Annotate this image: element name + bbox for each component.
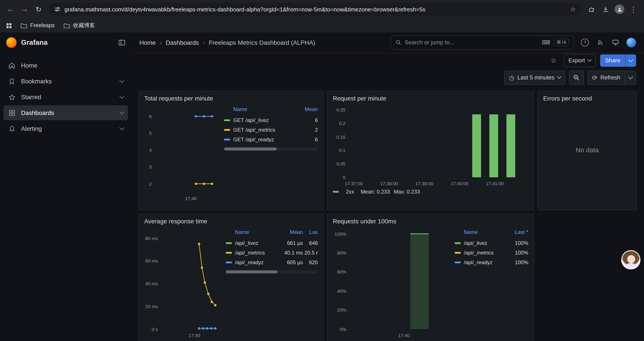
browser-chrome: ← → ↻ grafana.mathmast.com/d/deytv4rwava…: [0, 0, 644, 33]
legend-scrollbar[interactable]: [226, 270, 318, 273]
breadcrumb-dashboards[interactable]: Dashboards: [166, 39, 199, 46]
breadcrumb-separator: ›: [203, 39, 205, 46]
refresh-button[interactable]: ⟳ Refresh: [587, 71, 636, 85]
chevron-down-icon[interactable]: [120, 125, 124, 130]
series-name[interactable]: GET /api/_metrics: [233, 127, 298, 133]
legend-row[interactable]: /api/_metrics 40.1 ms 20.5 r: [226, 248, 318, 258]
apps-grid-icon[interactable]: [6, 23, 12, 28]
back-icon: ←: [7, 5, 14, 13]
sidebar-item-dashboards[interactable]: Dashboards: [4, 105, 128, 120]
panel-title[interactable]: Requests under 100ms: [333, 218, 528, 225]
zoom-out-button[interactable]: [569, 71, 584, 85]
legend-col-name[interactable]: Name: [235, 229, 280, 235]
legend-col-name[interactable]: Name: [233, 106, 298, 112]
series-name[interactable]: GET /api/_readyz: [233, 137, 298, 143]
legend-row[interactable]: /api/_livez 100%: [454, 238, 528, 248]
kiosk-mode-button[interactable]: [611, 38, 620, 47]
legend-row[interactable]: /api/_readyz 100%: [454, 258, 528, 267]
time-range-picker[interactable]: ◷ Last 5 minutes: [504, 71, 566, 85]
url-text: grafana.mathmast.com/d/deytv4rwavabkb/fr…: [64, 6, 566, 13]
series-name[interactable]: /api/_readyz: [235, 259, 280, 265]
legend-header[interactable]: Name Mean Las: [226, 228, 318, 238]
legend-row[interactable]: GET /api/_metrics 2: [224, 125, 318, 135]
breadcrumb-current: Freeleaps Metrics Dashboard (ALPHA): [209, 39, 315, 46]
breadcrumb-home[interactable]: Home: [140, 39, 156, 46]
series-mean: 6: [298, 137, 318, 143]
legend-col-name[interactable]: Name: [464, 229, 509, 235]
bookmark-star-icon[interactable]: ☆: [570, 6, 576, 13]
legend-row[interactable]: /api/_metrics 100%: [454, 248, 528, 258]
share-label[interactable]: Share: [600, 55, 625, 67]
legend-header[interactable]: Name Mean: [224, 105, 318, 115]
sidebar-item-alerting[interactable]: Alerting: [4, 121, 128, 136]
reload-button[interactable]: ↻: [32, 3, 45, 15]
help-button[interactable]: ?: [580, 38, 589, 47]
legend-scrollbar[interactable]: [224, 147, 318, 151]
series-name[interactable]: GET /api/_livez: [233, 117, 298, 123]
site-settings-icon[interactable]: [54, 6, 60, 12]
panel-title[interactable]: Average response time: [144, 218, 318, 225]
legend-inline[interactable]: 2xx Mean: 0.233 Max: 0.233: [333, 189, 528, 195]
share-menu-button[interactable]: [625, 55, 636, 67]
downloads-button[interactable]: [599, 3, 612, 15]
extensions-button[interactable]: [585, 3, 598, 15]
series-last: 100%: [509, 240, 528, 246]
refresh-main[interactable]: ⟳ Refresh: [588, 71, 625, 84]
search-input[interactable]: Search or jump to... ⌨ ⌘+k: [390, 36, 574, 50]
series-mean: 2: [298, 127, 318, 133]
legend-col-last[interactable]: Last *: [509, 229, 528, 235]
series-name[interactable]: /api/_livez: [464, 240, 509, 246]
forward-button[interactable]: →: [18, 3, 31, 15]
scrollbar-thumb[interactable]: [224, 147, 277, 151]
sidebar-item-label: Starred: [21, 94, 41, 101]
chevron-down-icon[interactable]: [120, 78, 124, 83]
legend-col-last[interactable]: Las: [303, 229, 318, 235]
user-avatar[interactable]: [626, 38, 636, 47]
floating-assistant-avatar[interactable]: [621, 250, 640, 269]
series-name[interactable]: 2xx: [346, 189, 354, 195]
menu-button[interactable]: ⋮: [627, 3, 640, 15]
grafana-logo[interactable]: [6, 37, 17, 48]
refresh-interval-button[interactable]: [625, 71, 636, 84]
bookmark-folder-blogs[interactable]: 收藏博客: [63, 22, 95, 29]
average-response-time-chart: 80 ms60 ms40 ms20 ms0 s17:40: [144, 226, 222, 339]
export-button[interactable]: Export: [564, 54, 596, 67]
sidebar-item-starred[interactable]: Starred: [4, 90, 128, 104]
back-button[interactable]: ←: [4, 3, 17, 15]
sidebar-item-bookmarks[interactable]: Bookmarks: [4, 74, 128, 89]
favorite-dashboard-button[interactable]: ☆: [548, 55, 559, 66]
url-bar[interactable]: grafana.mathmast.com/d/deytv4rwavabkb/fr…: [49, 3, 581, 16]
panel-title[interactable]: Total requests per minute: [144, 95, 318, 102]
dock-sidebar-icon[interactable]: [118, 39, 126, 46]
extensions-icon: [588, 6, 595, 13]
legend-row[interactable]: GET /api/_livez 6: [224, 115, 318, 125]
series-name[interactable]: /api/_metrics: [235, 250, 280, 256]
news-button[interactable]: [596, 38, 604, 47]
chevron-down-icon[interactable]: [120, 110, 124, 115]
bookmarks-bar: Freeleaps 收藏博客: [0, 19, 644, 33]
series-name[interactable]: /api/_metrics: [464, 250, 509, 256]
scrollbar-thumb[interactable]: [226, 270, 277, 273]
panel-title[interactable]: Request per minute: [333, 95, 528, 102]
sidebar-item-home[interactable]: Home: [4, 58, 128, 73]
legend-row[interactable]: /api/_livez 661 µs 646: [226, 238, 318, 248]
legend-col-mean[interactable]: Mean: [298, 106, 318, 112]
legend-col-mean[interactable]: Mean: [280, 229, 303, 235]
bookmark-folder-freeleaps[interactable]: Freeleaps: [20, 22, 54, 29]
sidebar-item-label: Bookmarks: [21, 78, 52, 85]
series-name[interactable]: /api/_livez: [235, 240, 280, 246]
chevron-down-icon: [557, 75, 561, 79]
profile-button[interactable]: [613, 3, 626, 15]
series-name[interactable]: /api/_readyz: [464, 259, 509, 265]
chevron-down-icon[interactable]: [120, 94, 124, 99]
panel-title[interactable]: Errors per second: [543, 95, 631, 102]
series-mean: 6: [298, 117, 318, 123]
legend-row[interactable]: /api/_readyz 605 µs 620: [226, 258, 318, 267]
share-button[interactable]: Share: [600, 55, 636, 67]
panel-requests-under-100ms: Requests under 100ms 100%80%60%40%20%0%1…: [327, 214, 534, 341]
refresh-icon: ⟳: [592, 75, 597, 81]
legend-row[interactable]: GET /api/_readyz 6: [224, 135, 318, 144]
legend-header[interactable]: Name Last *: [454, 228, 528, 238]
browser-toolbar: ← → ↻ grafana.mathmast.com/d/deytv4rwava…: [0, 0, 644, 19]
chart-svg: [144, 226, 222, 339]
